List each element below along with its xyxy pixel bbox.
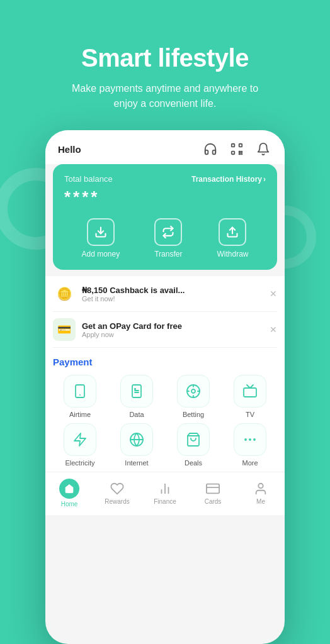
svg-point-21 bbox=[245, 439, 246, 440]
rewards-nav-label: Rewards bbox=[105, 498, 129, 505]
payment-item-deals[interactable]: Deals bbox=[166, 423, 220, 467]
me-nav-icon bbox=[253, 481, 268, 496]
payment-item-tv[interactable]: TV bbox=[223, 375, 277, 418]
tv-icon bbox=[234, 375, 266, 408]
add-money-icon bbox=[87, 218, 115, 246]
data-label: Data bbox=[129, 411, 144, 418]
payment-item-internet[interactable]: Internet bbox=[110, 423, 164, 467]
finance-nav-label: Finance bbox=[154, 498, 176, 505]
transfer-icon bbox=[154, 218, 182, 246]
cashback-title: ₦8,150 Cashback is avail... bbox=[82, 286, 263, 295]
banners-section: 🪙 ₦8,150 Cashback is avail... Get it now… bbox=[45, 276, 285, 348]
payment-item-betting[interactable]: Betting bbox=[166, 375, 220, 418]
nav-item-cards[interactable]: Cards bbox=[194, 481, 232, 505]
svg-point-9 bbox=[191, 389, 195, 393]
svg-rect-0 bbox=[232, 144, 235, 147]
hero-section: Smart lifestyle Make payments anytime an… bbox=[71, 0, 259, 130]
svg-point-27 bbox=[258, 484, 263, 488]
svg-rect-7 bbox=[132, 385, 141, 397]
scan-icon[interactable] bbox=[228, 140, 246, 158]
opay-card-subtitle: Apply now bbox=[82, 331, 263, 338]
balance-actions: Add money Transfer bbox=[64, 218, 266, 258]
more-icon bbox=[234, 423, 266, 456]
svg-rect-5 bbox=[76, 385, 84, 397]
rewards-nav-icon bbox=[110, 481, 125, 496]
payment-item-airtime[interactable]: Airtime bbox=[53, 375, 107, 418]
balance-top: Total balance Transaction History › bbox=[64, 174, 266, 184]
svg-rect-2 bbox=[232, 152, 235, 155]
withdraw-label: Withdraw bbox=[217, 250, 248, 258]
hero-subtitle: Make payments anytime and anywhere to en… bbox=[71, 81, 259, 111]
payment-item-electricity[interactable]: Electricity bbox=[53, 423, 107, 467]
transfer-button[interactable]: Transfer bbox=[154, 218, 182, 258]
svg-marker-15 bbox=[74, 433, 86, 446]
bottom-nav: Home Rewards Finance bbox=[45, 472, 285, 515]
top-icons bbox=[202, 140, 272, 158]
add-money-label: Add money bbox=[82, 250, 120, 258]
withdraw-button[interactable]: Withdraw bbox=[217, 218, 248, 258]
nav-item-me[interactable]: Me bbox=[242, 481, 280, 505]
electricity-icon bbox=[64, 423, 96, 456]
balance-card: Total balance Transaction History › **** bbox=[53, 164, 277, 270]
svg-rect-1 bbox=[239, 144, 242, 147]
cashback-close-button[interactable]: ✕ bbox=[270, 289, 277, 299]
home-nav-icon bbox=[59, 479, 79, 499]
svg-point-20 bbox=[254, 439, 255, 440]
deals-label: Deals bbox=[185, 459, 202, 467]
opay-card-banner[interactable]: 💳 Get an OPay Card for free Apply now ✕ bbox=[53, 312, 277, 348]
svg-rect-14 bbox=[244, 388, 256, 397]
tv-label: TV bbox=[246, 411, 254, 418]
cards-nav-icon bbox=[205, 481, 220, 496]
payment-grid: Airtime Data bbox=[53, 375, 277, 467]
transfer-label: Transfer bbox=[154, 250, 182, 258]
finance-nav-icon bbox=[157, 481, 173, 496]
nav-item-rewards[interactable]: Rewards bbox=[98, 481, 136, 505]
greeting-text: Hello bbox=[58, 144, 81, 155]
transaction-history-link[interactable]: Transaction History › bbox=[191, 175, 266, 184]
opay-card-icon: 💳 bbox=[53, 318, 76, 341]
data-icon bbox=[120, 375, 153, 408]
internet-icon bbox=[120, 423, 153, 456]
payment-section-title: Payment bbox=[53, 357, 277, 367]
svg-point-19 bbox=[249, 439, 251, 440]
electricity-label: Electricity bbox=[65, 459, 94, 467]
cashback-banner[interactable]: 🪙 ₦8,150 Cashback is avail... Get it now… bbox=[53, 276, 277, 312]
payment-item-more[interactable]: More bbox=[223, 423, 277, 467]
home-nav-label: Home bbox=[61, 501, 78, 508]
internet-label: Internet bbox=[125, 459, 148, 467]
cashback-text: ₦8,150 Cashback is avail... Get it now! bbox=[82, 286, 263, 303]
cashback-icon: 🪙 bbox=[53, 282, 76, 305]
balance-amount: **** bbox=[64, 187, 266, 207]
phone-top-bar: Hello bbox=[45, 130, 285, 164]
payment-section: Payment Airtime bbox=[45, 348, 285, 472]
headset-icon[interactable] bbox=[202, 140, 219, 158]
cashback-subtitle: Get it now! bbox=[82, 295, 263, 303]
nav-item-finance[interactable]: Finance bbox=[146, 481, 184, 505]
payment-item-data[interactable]: Data bbox=[110, 375, 164, 418]
opay-card-text: Get an OPay Card for free Apply now bbox=[82, 321, 263, 338]
airtime-label: Airtime bbox=[69, 411, 91, 418]
betting-label: Betting bbox=[183, 411, 204, 418]
nav-item-home[interactable]: Home bbox=[50, 479, 88, 508]
opay-card-close-button[interactable]: ✕ bbox=[270, 325, 277, 335]
betting-icon bbox=[177, 375, 210, 408]
cards-nav-label: Cards bbox=[205, 498, 222, 505]
me-nav-label: Me bbox=[256, 498, 265, 505]
opay-card-title: Get an OPay Card for free bbox=[82, 321, 263, 331]
more-label: More bbox=[242, 459, 258, 467]
balance-label: Total balance bbox=[64, 174, 113, 184]
phone-frame: Hello bbox=[45, 130, 285, 644]
deals-icon bbox=[177, 423, 210, 456]
hero-title: Smart lifestyle bbox=[81, 44, 249, 72]
svg-rect-25 bbox=[207, 484, 219, 494]
add-money-button[interactable]: Add money bbox=[82, 218, 120, 258]
withdraw-icon bbox=[219, 218, 246, 246]
phone-wrapper: Hello bbox=[33, 130, 297, 644]
airtime-icon bbox=[64, 375, 96, 408]
notification-icon[interactable] bbox=[254, 140, 272, 158]
